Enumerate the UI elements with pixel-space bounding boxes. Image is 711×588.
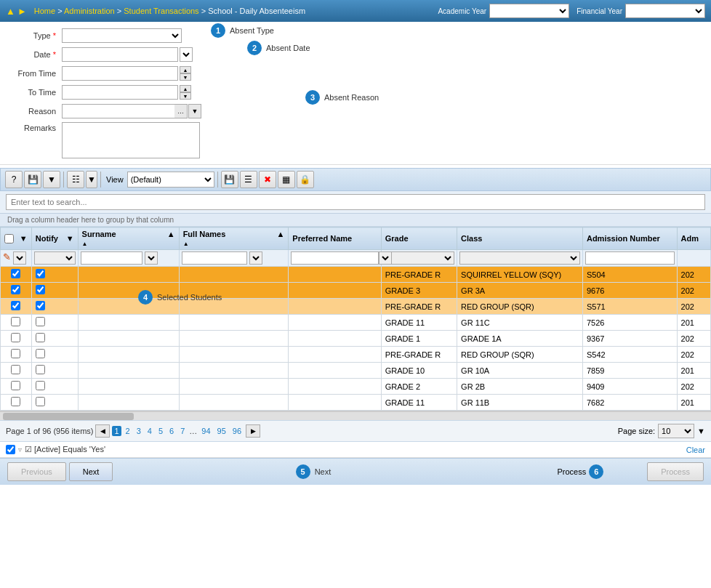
row-notify-cell	[31, 347, 78, 363]
academic-year-select[interactable]	[489, 4, 569, 18]
reason-pick-btn[interactable]: …	[174, 104, 188, 118]
to-time-input[interactable]: 2:00 PM	[62, 85, 178, 100]
page-link-3[interactable]: 3	[134, 426, 143, 436]
to-time-up[interactable]: ▲	[180, 85, 191, 92]
row-grade: GRADE 10	[381, 363, 457, 379]
filter-fullname-input[interactable]	[182, 251, 247, 265]
next-button[interactable]: Next	[69, 462, 113, 481]
row-checkbox[interactable]	[11, 269, 20, 278]
financial-year-select[interactable]	[625, 4, 705, 18]
col-header-admnum[interactable]: Admission Number	[582, 227, 677, 250]
page-link-5[interactable]: 5	[156, 426, 165, 436]
select-all-checkbox[interactable]	[4, 234, 14, 243]
row-checkbox[interactable]	[11, 333, 20, 342]
page-link-7[interactable]: 7	[178, 426, 187, 436]
row-checkbox[interactable]	[11, 349, 20, 358]
from-time-input[interactable]: 7:30 AM	[62, 66, 178, 81]
breadcrumb-admin[interactable]: Administration	[64, 7, 115, 15]
filter-admnum-input[interactable]	[585, 251, 675, 265]
row-grade: GRADE 2	[381, 379, 457, 395]
row-notify-checkbox[interactable]	[36, 381, 45, 390]
toolbar-save-btn[interactable]: 💾	[24, 171, 41, 188]
row-notify-checkbox[interactable]	[36, 349, 45, 358]
filter-preferred-select[interactable]: ▼	[379, 251, 392, 265]
toolbar-lock-btn[interactable]: 🔒	[297, 171, 314, 188]
row-class: GR 11C	[457, 315, 583, 331]
date-input[interactable]: /07/06	[62, 47, 178, 62]
filter-surname-input[interactable]	[81, 251, 142, 265]
filter-check-select[interactable]: ▼	[13, 251, 26, 265]
row-checkbox[interactable]	[11, 365, 20, 374]
row-checkbox[interactable]	[11, 317, 20, 326]
row-notify-checkbox[interactable]	[36, 397, 45, 406]
reason-dropdown-btn[interactable]: ▼	[188, 104, 201, 118]
col-header-adm[interactable]: Adm	[677, 227, 710, 250]
page-link-96[interactable]: 96	[230, 426, 244, 436]
page-link-94[interactable]: 94	[199, 426, 212, 436]
filter-fullname-select[interactable]: ▼	[249, 251, 262, 265]
col-header-preferred[interactable]: Preferred Name	[289, 227, 381, 250]
toolbar-filter-btn[interactable]: ▼	[43, 171, 60, 188]
toolbar-disk-btn[interactable]: 💾	[221, 171, 238, 188]
row-notify-checkbox[interactable]	[36, 285, 45, 294]
row-checkbox[interactable]	[11, 301, 20, 310]
to-time-down[interactable]: ▼	[180, 92, 191, 100]
search-input[interactable]	[6, 194, 705, 210]
row-check-cell	[1, 315, 32, 331]
horizontal-scrollbar[interactable]	[0, 411, 711, 420]
filter-grade-select[interactable]	[384, 251, 454, 265]
col-header-grade[interactable]: Grade	[381, 227, 457, 250]
filter-notify-select[interactable]	[34, 251, 76, 265]
toolbar-copy-btn[interactable]: ☰	[240, 171, 257, 188]
page-link-2[interactable]: 2	[124, 426, 132, 436]
row-surname	[78, 331, 179, 347]
grid-container[interactable]: ▼ Notify ▼ Surname ▲ Full Names ▲ Prefer	[0, 227, 711, 411]
row-notify-checkbox[interactable]	[36, 333, 45, 342]
row-notify-checkbox[interactable]	[36, 365, 45, 374]
toolbar-grid-btn[interactable]: ▦	[278, 171, 295, 188]
from-time-down[interactable]: ▼	[180, 73, 191, 81]
remarks-textarea[interactable]	[62, 122, 200, 158]
breadcrumb-home[interactable]: Home	[34, 7, 55, 15]
page-link-1[interactable]: 1	[112, 426, 121, 436]
page-size-select[interactable]: 10	[658, 424, 694, 438]
view-select[interactable]: (Default)	[127, 172, 214, 188]
from-time-up[interactable]: ▲	[180, 66, 191, 73]
filter-active-checkbox[interactable]	[6, 445, 15, 454]
toolbar-delete-btn[interactable]: ✖	[259, 171, 276, 188]
type-select[interactable]	[62, 28, 182, 43]
toolbar-layout-drop[interactable]: ▼	[86, 171, 97, 188]
filter-grade	[381, 250, 457, 267]
reason-input-group: … ▼	[62, 104, 201, 118]
filter-surname-select[interactable]: ▼	[145, 251, 158, 265]
page-link-4[interactable]: 4	[145, 426, 154, 436]
process-button[interactable]: Process	[647, 462, 704, 481]
col-header-class[interactable]: Class	[457, 227, 583, 250]
reason-input[interactable]	[62, 104, 174, 118]
toolbar-help-btn[interactable]: ?	[5, 171, 23, 188]
col-header-surname[interactable]: Surname ▲	[78, 227, 179, 250]
page-link-95[interactable]: 95	[215, 426, 228, 436]
row-notify-cell	[31, 267, 78, 283]
row-notify-checkbox[interactable]	[36, 301, 45, 310]
col-header-fullname[interactable]: Full Names ▲	[179, 227, 289, 250]
row-notify-cell	[31, 395, 78, 411]
row-notify-checkbox[interactable]	[36, 269, 45, 278]
row-notify-checkbox[interactable]	[36, 317, 45, 326]
page-link-6[interactable]: 6	[167, 426, 176, 436]
page-prev-btn[interactable]: ◀	[95, 424, 110, 438]
filter-preferred-input[interactable]	[291, 251, 378, 265]
breadcrumb-transactions[interactable]: Student Transactions	[124, 7, 198, 15]
previous-button[interactable]: Previous	[7, 462, 66, 481]
col-header-notify[interactable]: Notify ▼	[31, 227, 78, 250]
filter-class-select[interactable]	[459, 251, 580, 265]
page-next-btn[interactable]: ▶	[246, 424, 260, 438]
clear-filter-link[interactable]: Clear	[686, 446, 705, 454]
date-dropdown[interactable]	[180, 47, 193, 62]
scrollbar-thumb[interactable]	[3, 413, 134, 420]
row-checkbox[interactable]	[11, 381, 20, 390]
row-checkbox[interactable]	[11, 397, 20, 406]
row-checkbox[interactable]	[11, 285, 20, 294]
academic-year-section: Academic Year	[438, 4, 569, 18]
toolbar-layout-btn[interactable]: ☷	[67, 171, 84, 188]
